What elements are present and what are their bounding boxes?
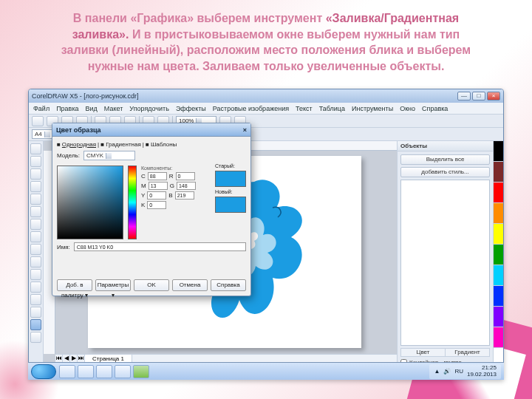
old-color-swatch [215,171,246,187]
color-name-label: Имя: [57,244,70,250]
rgb-r-field[interactable]: 0 [176,172,195,180]
menu-layout[interactable]: Макет [104,105,123,112]
menu-bar: Файл Правка Вид Макет Упорядочить Эффект… [29,103,503,115]
crop-tool-icon[interactable] [30,168,41,180]
fill-tool-icon[interactable] [30,319,41,330]
tray-icon[interactable]: 🔊 [443,368,451,375]
model-label: Модель: [57,152,80,159]
old-color-label: Старый: [215,163,246,168]
cmyk-c-field[interactable]: 88 [148,172,167,180]
color-field[interactable] [57,166,123,239]
eyedropper-tool-icon[interactable] [30,294,41,305]
window-title: CorelDRAW X5 - [лого-рисунок.cdr] [32,92,139,100]
swatch[interactable] [494,307,503,327]
window-min-button[interactable]: — [457,92,471,100]
ellipse-tool-icon[interactable] [30,231,41,242]
docker-tab-color[interactable]: Цвет [401,349,445,356]
taskbar-icon[interactable] [59,365,75,378]
slide-headline: В панели «Графика» выберем инструмент «З… [30,10,502,74]
window-max-button[interactable]: □ [472,92,485,100]
taskbar-clock[interactable]: 21:25 19.02.2013 [467,365,497,378]
pick-tool-icon[interactable] [30,143,41,154]
menu-window[interactable]: Окно [400,105,415,112]
swatch[interactable] [494,183,503,203]
taskbar-icon[interactable] [78,365,94,378]
cmyk-y-field[interactable]: 0 [147,191,166,200]
swatch[interactable] [494,162,503,183]
hue-slider[interactable] [128,166,137,239]
menu-arrange[interactable]: Упорядочить [129,105,169,112]
menu-effects[interactable]: Эффекты [176,105,206,112]
cmyk-m-field[interactable]: 13 [149,182,168,190]
components-label: Компоненты: [141,166,211,171]
menu-table[interactable]: Таблица [319,105,345,112]
dialog-tab-patterns[interactable]: Шаблоны [151,141,177,148]
swatch[interactable] [494,327,503,348]
docker-list[interactable] [400,180,490,346]
menu-help[interactable]: Справка [422,105,448,112]
ok-button[interactable]: OK [134,279,169,291]
dialog-close-icon[interactable]: × [243,126,247,134]
system-tray[interactable]: ▲ 🔊 RU 21:25 19.02.2013 [429,364,501,379]
help-button[interactable]: Справка [211,279,246,291]
outline-tool-icon[interactable] [30,307,41,318]
window-titlebar[interactable]: CorelDRAW X5 - [лого-рисунок.cdr] — □ × [29,89,503,103]
cmyk-k-field[interactable]: 0 [147,201,166,209]
swatch[interactable] [494,286,503,307]
tray-lang[interactable]: RU [454,368,463,375]
windows-taskbar[interactable]: ▲ 🔊 RU 21:25 19.02.2013 [28,362,504,380]
menu-file[interactable]: Файл [33,105,50,112]
new-icon[interactable] [32,116,44,126]
swatch[interactable] [494,245,503,265]
model-combo[interactable]: CMYK [83,151,135,160]
new-color-swatch [215,197,246,213]
docker-panel: Объекты Выделить все добавить стиль... Ц… [397,141,493,369]
cancel-button[interactable]: Отмена [172,279,208,291]
menu-view[interactable]: Вид [86,105,98,112]
options-button[interactable]: Параметры ▾ [95,279,131,291]
docker-tab-gradient[interactable]: Градиент [445,349,489,356]
toolbox [29,141,44,369]
menu-bitmap[interactable]: Растровые изображения [213,105,289,112]
dialog-tab-uniform[interactable]: Однородная [62,141,96,148]
docker-title[interactable]: Объекты [398,141,493,151]
docker-add-style-button[interactable]: добавить стиль... [400,167,490,177]
swatch[interactable] [494,141,503,162]
text-tool-icon[interactable] [30,256,41,267]
add-to-palette-button[interactable]: Доб. в палитру ▾ [57,279,92,291]
new-color-label: Новый: [215,189,246,194]
dialog-title-text: Цвет образца [56,126,101,134]
menu-edit[interactable]: Правка [56,105,78,112]
rectangle-tool-icon[interactable] [30,219,41,230]
freehand-tool-icon[interactable] [30,194,41,205]
docker-select-all-button[interactable]: Выделить все [400,154,490,165]
zoom-tool-icon[interactable] [30,181,41,192]
rgb-b-field[interactable]: 219 [175,191,194,200]
menu-text[interactable]: Текст [296,105,313,112]
interactive-tool-icon[interactable] [30,282,41,293]
color-name-field[interactable]: C88 M13 Y0 K0 [74,242,246,251]
tray-icon[interactable]: ▲ [434,368,440,375]
taskbar-icon[interactable] [115,365,131,378]
polygon-tool-icon[interactable] [30,244,41,255]
window-close-button[interactable]: × [487,92,500,100]
menu-tools[interactable]: Инструменты [352,105,393,112]
rgb-g-field[interactable]: 148 [177,182,196,190]
interactive-fill-tool-icon[interactable] [30,332,41,343]
color-palette [493,141,503,369]
start-button[interactable] [31,364,56,379]
swatch[interactable] [494,203,503,224]
taskbar-app-corel[interactable] [133,365,149,378]
shape-tool-icon[interactable] [30,156,41,167]
dialog-titlebar[interactable]: Цвет образца × [52,123,250,137]
taskbar-icon[interactable] [96,365,112,378]
smartfill-tool-icon[interactable] [30,206,41,217]
dialog-tab-gradient[interactable]: Градиентная [106,141,141,148]
table-tool-icon[interactable] [30,269,41,280]
color-dialog[interactable]: Цвет образца × ■ Однородная | ■ Градиент… [52,123,251,296]
swatch[interactable] [494,224,503,245]
swatch[interactable] [494,265,503,286]
